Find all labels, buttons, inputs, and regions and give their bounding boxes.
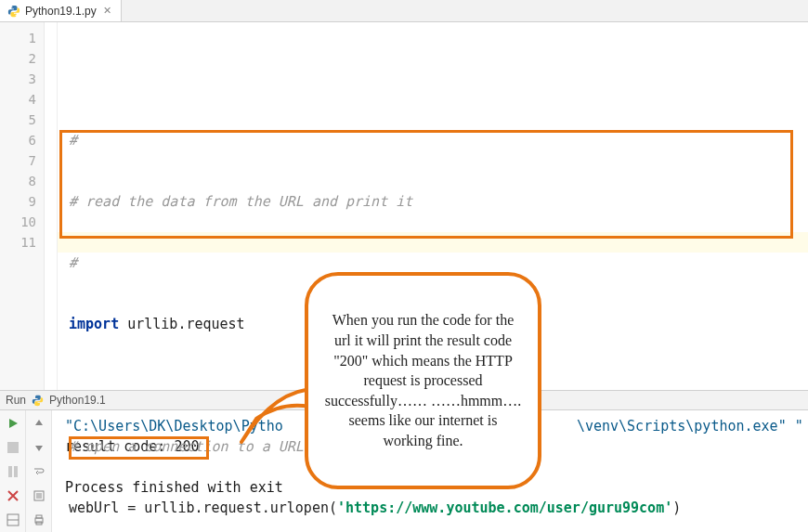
line-number: 5 — [0, 110, 36, 130]
layout-button[interactable] — [4, 511, 22, 529]
code-comment: # read the data from the URL and print i… — [69, 193, 412, 210]
line-number: 2 — [0, 48, 36, 69]
svg-rect-2 — [7, 442, 19, 453]
pause-button[interactable] — [4, 462, 22, 481]
run-label: Run — [6, 394, 26, 407]
editor-tab-bar: Python19.1.py ✕ — [0, 0, 808, 22]
close-tab-icon[interactable]: ✕ — [101, 5, 113, 17]
exit-button[interactable] — [4, 487, 22, 505]
code-comment: # — [69, 254, 77, 271]
annotation-callout: When you run the code for the url it wil… — [305, 261, 548, 519]
soft-wrap-button[interactable] — [30, 462, 48, 481]
editor-tab[interactable]: Python19.1.py ✕ — [0, 0, 122, 21]
line-number: 11 — [0, 232, 36, 253]
line-number: 3 — [0, 69, 36, 89]
line-number: 9 — [0, 191, 36, 212]
line-number: 6 — [0, 130, 36, 150]
code-text: urllib.request — [119, 316, 244, 332]
console-left-tools — [0, 410, 26, 532]
svg-point-0 — [11, 6, 12, 7]
python-icon — [32, 395, 44, 407]
line-number-gutter: 1 2 3 4 5 6 7 8 9 10 11 — [0, 22, 45, 390]
scroll-end-button[interactable] — [30, 487, 48, 505]
code-text: ) — [672, 500, 681, 516]
code-keyword: import — [69, 316, 119, 332]
line-number: 1 — [0, 28, 36, 48]
line-number: 10 — [0, 212, 36, 232]
print-button[interactable] — [30, 511, 48, 529]
svg-rect-9 — [36, 515, 42, 518]
callout-text: When you run the code for the url it wil… — [323, 310, 523, 450]
down-button[interactable] — [30, 438, 48, 457]
rerun-button[interactable] — [4, 414, 22, 433]
up-button[interactable] — [30, 414, 48, 433]
code-text: webUrl = urllib.request.urlopen( — [69, 500, 337, 516]
stop-button[interactable] — [4, 438, 22, 457]
python-file-icon — [7, 5, 20, 18]
tab-filename: Python19.1.py — [25, 5, 97, 18]
line-number: 8 — [0, 171, 36, 191]
svg-rect-4 — [14, 466, 18, 477]
svg-point-1 — [16, 14, 17, 15]
svg-rect-3 — [8, 466, 12, 477]
console-second-tools — [26, 410, 52, 532]
fold-column — [45, 22, 58, 390]
code-comment: # — [69, 132, 77, 149]
line-number: 7 — [0, 150, 36, 171]
line-number: 4 — [0, 89, 36, 110]
